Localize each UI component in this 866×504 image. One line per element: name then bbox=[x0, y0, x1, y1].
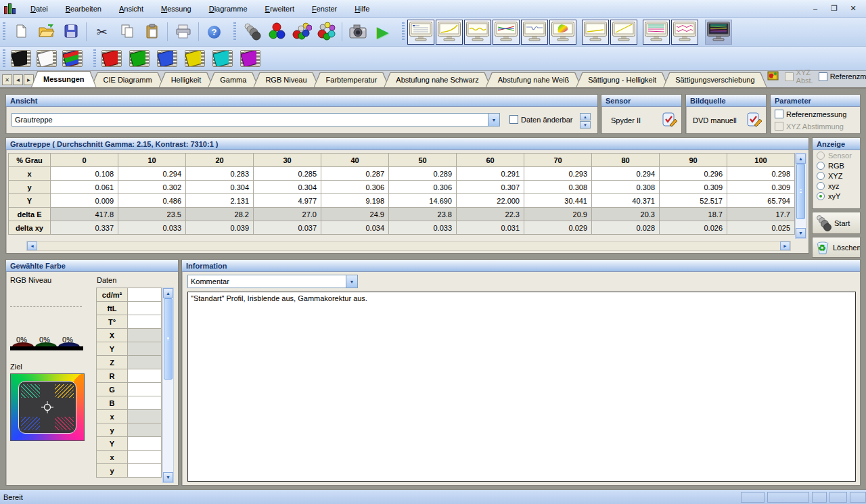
referenzmessung-checkbox-row[interactable]: Referenzmessung bbox=[819, 72, 866, 81]
menu-item[interactable]: Fenster bbox=[303, 2, 346, 16]
anzeige-radio-row[interactable]: RGB bbox=[813, 160, 860, 170]
secondary-colors-button[interactable] bbox=[289, 20, 314, 45]
gamma-display-button[interactable] bbox=[436, 20, 463, 45]
scrollbar-thumb[interactable] bbox=[796, 164, 805, 219]
tab[interactable]: Gamma bbox=[208, 72, 258, 87]
snapshot-button[interactable] bbox=[345, 20, 370, 45]
menu-item[interactable]: Erweitert bbox=[256, 2, 303, 16]
anzeige-radio-row[interactable]: XYZ bbox=[813, 170, 860, 181]
paste-button[interactable] bbox=[139, 20, 164, 45]
menu-item[interactable]: Diagramme bbox=[200, 2, 256, 16]
tab[interactable]: Sättigungsverschiebung bbox=[663, 72, 767, 87]
spin-up-button[interactable]: ▲ bbox=[580, 113, 591, 120]
radio-icon[interactable] bbox=[817, 152, 825, 160]
tab[interactable]: Messungen bbox=[31, 71, 97, 87]
copy-button[interactable] bbox=[114, 20, 139, 45]
anzeige-radio-row[interactable]: xyz bbox=[813, 181, 860, 191]
toolbar-grip[interactable] bbox=[233, 22, 236, 41]
freie-messungen-display-button[interactable] bbox=[705, 20, 732, 45]
scroll-left-icon[interactable]: ◄ bbox=[27, 242, 37, 250]
helligkeit-display-button[interactable] bbox=[464, 20, 491, 45]
scroll-down-icon[interactable]: ▼ bbox=[796, 228, 806, 238]
rgb-niveau-display-button[interactable] bbox=[493, 20, 520, 45]
tab[interactable]: Helligkeit bbox=[159, 72, 214, 87]
radio-icon[interactable] bbox=[817, 182, 825, 190]
run-measure-button[interactable]: ▶ bbox=[370, 20, 395, 45]
toolbar-grip[interactable] bbox=[93, 49, 96, 68]
radio-icon[interactable] bbox=[817, 172, 825, 180]
radio-icon[interactable] bbox=[817, 162, 825, 170]
abstufung-schwarz-display-button[interactable] bbox=[582, 20, 609, 45]
sensor-config-button[interactable] bbox=[661, 111, 679, 130]
scroll-up-icon[interactable]: ▲ bbox=[163, 288, 173, 298]
sensor-measure-button[interactable] bbox=[239, 20, 264, 45]
menu-item[interactable]: Ansicht bbox=[110, 2, 152, 16]
pattern-window-icon[interactable] bbox=[767, 70, 779, 83]
cie-diagramm-display-button[interactable] bbox=[549, 20, 576, 45]
chevron-down-icon[interactable]: ▼ bbox=[346, 275, 357, 288]
blue-pattern-button[interactable] bbox=[154, 48, 180, 70]
minimize-button[interactable]: – bbox=[809, 3, 821, 14]
start-button[interactable]: Start bbox=[812, 212, 861, 234]
green-pattern-button[interactable] bbox=[127, 48, 152, 70]
daten-aenderbar-checkbox[interactable] bbox=[509, 115, 518, 124]
abstufung-weiss-display-button[interactable] bbox=[610, 20, 637, 45]
scroll-down-icon[interactable]: ▼ bbox=[163, 472, 173, 482]
xyz-abst-checkbox-row[interactable]: XYZ Abst. bbox=[785, 68, 813, 85]
restore-button[interactable]: ❐ bbox=[828, 3, 840, 14]
view-select[interactable]: Grautreppe ▼ bbox=[12, 113, 500, 127]
xyz-abst-checkbox[interactable] bbox=[785, 72, 794, 81]
scrollbar-thumb[interactable] bbox=[164, 298, 173, 380]
tab-close-button[interactable]: ✕ bbox=[2, 74, 12, 85]
black-pattern-button[interactable] bbox=[8, 48, 34, 70]
toolbar-grip[interactable] bbox=[3, 49, 5, 68]
saettigung-helligkeit-display-button[interactable] bbox=[643, 20, 670, 45]
farbtemperatur-display-button[interactable] bbox=[521, 20, 548, 45]
parameter-xyz-row[interactable]: XYZ Abstimmung bbox=[775, 122, 844, 131]
new-file-button[interactable] bbox=[8, 20, 33, 45]
parameter-xyz-checkbox[interactable] bbox=[775, 122, 783, 131]
daten-table-scrollbar[interactable]: ▲ ▼ bbox=[162, 288, 174, 483]
cyan-pattern-button[interactable] bbox=[210, 48, 235, 70]
daten-aenderbar-checkbox-row[interactable]: Daten änderbar bbox=[509, 115, 572, 124]
delete-button[interactable]: ♻ Löschen bbox=[812, 237, 861, 258]
spin-down-button[interactable]: ▼ bbox=[580, 121, 591, 129]
close-button[interactable]: ✕ bbox=[847, 3, 859, 14]
anzeige-radio-row[interactable]: Sensor bbox=[813, 150, 860, 160]
toolbar-grip[interactable] bbox=[402, 22, 405, 41]
bildquelle-config-button[interactable] bbox=[746, 111, 763, 130]
toolbar-grip[interactable] bbox=[3, 22, 5, 41]
referenzmessung-checkbox[interactable] bbox=[819, 72, 827, 81]
saettigungsverschiebung-display-button[interactable] bbox=[671, 20, 698, 45]
tab[interactable]: Abstufung nahe Weiß bbox=[486, 72, 582, 87]
help-button[interactable]: ? bbox=[202, 20, 227, 45]
parameter-referenz-checkbox[interactable] bbox=[775, 110, 783, 118]
tab[interactable]: Abstufung nahe Schwarz bbox=[384, 72, 491, 87]
tab[interactable]: Farbtemperatur bbox=[314, 72, 390, 87]
radio-icon[interactable] bbox=[817, 192, 825, 200]
scroll-right-icon[interactable]: ► bbox=[780, 242, 790, 250]
rgb-pattern-button[interactable] bbox=[60, 48, 85, 70]
chevron-down-icon[interactable]: ▼ bbox=[488, 114, 499, 126]
target-color-picker[interactable] bbox=[10, 373, 85, 441]
magenta-pattern-button[interactable] bbox=[237, 48, 263, 70]
tab[interactable]: RGB Niveau bbox=[253, 72, 319, 87]
menu-item[interactable]: Hilfe bbox=[346, 2, 378, 16]
parameter-referenz-row[interactable]: Referenzmessung bbox=[775, 110, 846, 118]
anzeige-radio-row[interactable]: xyY bbox=[813, 191, 860, 201]
menu-item[interactable]: Bearbeiten bbox=[57, 2, 110, 16]
cut-button[interactable]: ✂ bbox=[89, 20, 114, 45]
tab-prev-button[interactable]: ◄ bbox=[13, 74, 23, 85]
tab[interactable]: Sättigung - Helligkeit bbox=[576, 72, 668, 87]
print-button[interactable] bbox=[170, 20, 196, 45]
menu-item[interactable]: Messung bbox=[152, 2, 200, 16]
tab-next-button[interactable]: ► bbox=[24, 74, 34, 85]
measure-table-hscrollbar[interactable]: ◄ ► bbox=[26, 241, 791, 251]
yellow-pattern-button[interactable] bbox=[182, 48, 208, 70]
comment-textarea[interactable]: "Standart" Profil, Irisblende aus, Gamma… bbox=[187, 292, 856, 482]
measure-table-vscrollbar[interactable]: ▲ ▼ bbox=[795, 153, 806, 239]
continuous-colors-button[interactable] bbox=[314, 20, 339, 45]
tab[interactable]: CIE Diagramm bbox=[91, 72, 164, 87]
comment-select[interactable]: Kommentar ▼ bbox=[187, 275, 358, 288]
white-pattern-button[interactable] bbox=[34, 48, 60, 70]
